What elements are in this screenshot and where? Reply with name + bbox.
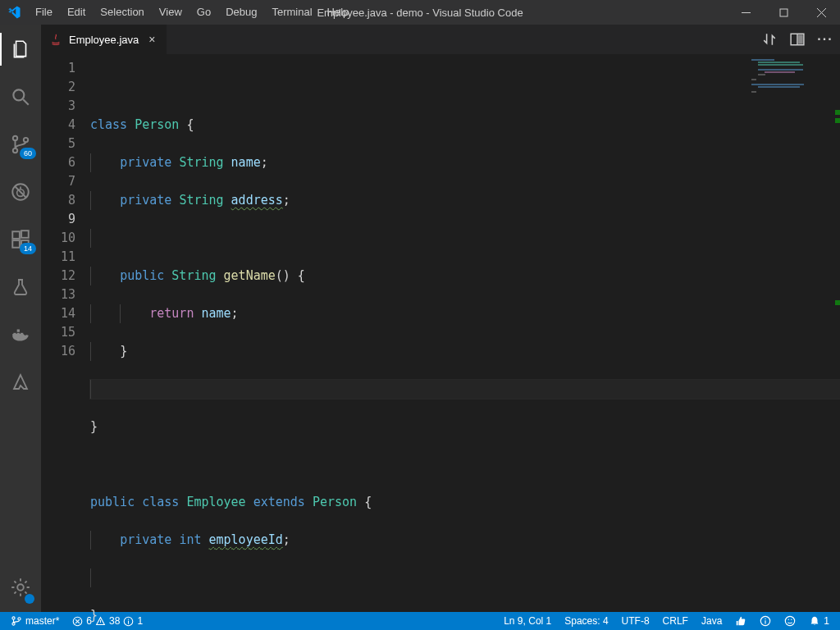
error-icon [72, 616, 83, 627]
svg-point-4 [13, 89, 24, 100]
activity-debug[interactable] [0, 176, 41, 208]
menu-file[interactable]: File [28, 0, 60, 25]
svg-point-27 [18, 618, 21, 620]
body-area: 60 14 [0, 25, 840, 612]
titlebar: File Edit Selection View Go Debug Termin… [0, 0, 840, 25]
split-editor-icon[interactable] [789, 32, 806, 47]
activity-bar: 60 14 [0, 25, 41, 612]
flask-icon [11, 277, 30, 297]
editor-area: Employee.java × ··· 1234 5678 [41, 25, 840, 612]
tabs-row: Employee.java × ··· [41, 25, 840, 54]
tab-actions: ··· [761, 25, 840, 54]
menu-view[interactable]: View [152, 0, 189, 25]
scm-badge: 60 [20, 148, 36, 159]
svg-rect-1 [780, 9, 788, 16]
code-content[interactable]: class Person { private String name; priv… [90, 54, 840, 612]
docker-icon [10, 324, 31, 345]
minimap[interactable] [748, 54, 830, 612]
menu-edit[interactable]: Edit [60, 0, 93, 25]
tab-employee-java[interactable]: Employee.java × [41, 25, 167, 54]
svg-line-5 [23, 99, 29, 105]
status-branch[interactable]: master* [7, 612, 63, 630]
activity-extensions[interactable]: 14 [0, 223, 41, 256]
bug-icon [10, 181, 31, 203]
menu-terminal[interactable]: Terminal [264, 0, 319, 25]
menu-bar: File Edit Selection View Go Debug Termin… [28, 0, 356, 25]
activity-azure[interactable] [0, 366, 41, 399]
maximize-button[interactable] [765, 0, 802, 25]
azure-icon [11, 372, 30, 392]
activity-scm[interactable]: 60 [0, 128, 41, 161]
java-file-icon [49, 33, 62, 46]
svg-point-21 [17, 584, 24, 591]
files-icon [10, 39, 31, 60]
compare-changes-icon[interactable] [761, 32, 778, 47]
overview-ruler[interactable] [830, 54, 840, 612]
editor[interactable]: 1234 5678 9101112 13141516 class Person … [41, 54, 840, 612]
svg-rect-20 [17, 330, 20, 332]
close-button[interactable] [802, 0, 840, 25]
minimize-button[interactable] [727, 0, 765, 25]
svg-point-8 [24, 138, 28, 142]
vscode-app-icon [0, 5, 28, 20]
branch-icon [11, 615, 22, 627]
ext-badge: 14 [20, 243, 36, 254]
window-title: Employee.java - demo - Visual Studio Cod… [317, 7, 523, 19]
line-numbers: 1234 5678 9101112 13141516 [41, 54, 90, 612]
tab-close-icon[interactable]: × [145, 33, 158, 46]
svg-rect-14 [12, 240, 20, 248]
search-icon [10, 86, 31, 107]
menu-selection[interactable]: Selection [93, 0, 151, 25]
activity-explorer[interactable] [0, 33, 41, 66]
activity-search[interactable] [0, 80, 41, 113]
activity-test[interactable] [0, 271, 41, 304]
svg-point-6 [13, 136, 17, 140]
activity-settings[interactable] [0, 571, 41, 604]
svg-point-25 [12, 617, 15, 619]
svg-rect-24 [798, 34, 803, 43]
svg-point-7 [13, 148, 17, 153]
activity-docker[interactable] [0, 318, 41, 351]
window-controls [727, 0, 840, 25]
svg-rect-16 [21, 231, 29, 238]
svg-rect-13 [12, 231, 20, 239]
settings-badge [25, 594, 34, 604]
more-actions-icon[interactable]: ··· [817, 32, 833, 47]
tab-label: Employee.java [69, 34, 139, 46]
menu-debug[interactable]: Debug [218, 0, 264, 25]
app-root: File Edit Selection View Go Debug Termin… [0, 0, 840, 630]
menu-go[interactable]: Go [189, 0, 218, 25]
